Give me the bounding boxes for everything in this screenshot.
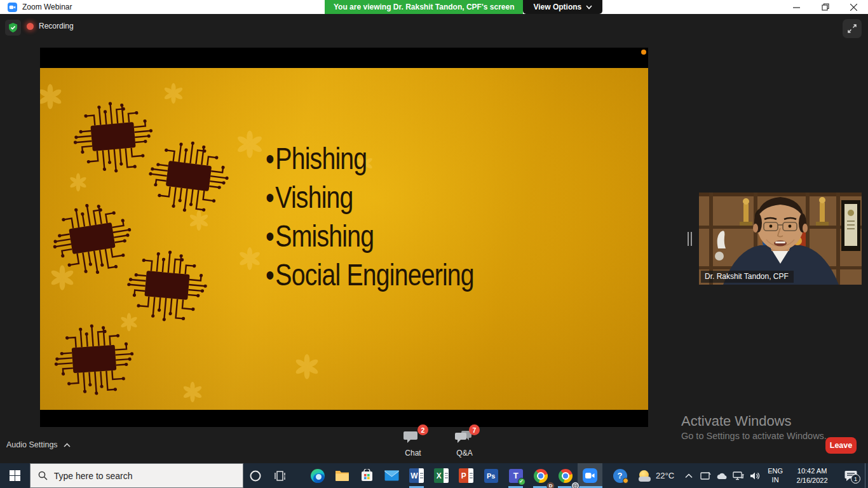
window-title: Zoom Webinar — [22, 3, 72, 11]
globe-badge-icon — [571, 482, 580, 488]
word-icon: W — [409, 468, 424, 483]
recording-indicator: Recording — [27, 22, 74, 30]
speaker-video-thumbnail[interactable]: Dr. Rakshit Tandon, CPF — [699, 193, 862, 285]
taskbar-weather[interactable]: 22°C — [632, 463, 681, 488]
taskbar-store[interactable] — [355, 463, 379, 488]
excel-icon: X — [434, 468, 449, 483]
screen-share-banner: You are viewing Dr. Rakshit Tandon, CPF'… — [325, 0, 602, 14]
language-bottom: IN — [763, 476, 787, 485]
tray-volume-button[interactable] — [747, 463, 763, 488]
chrome-icon — [534, 469, 548, 483]
photoshop-icon: Ps — [484, 469, 498, 483]
taskbar-clock[interactable]: 10:42 AM 2/16/2022 — [787, 466, 837, 485]
task-view-button[interactable] — [268, 463, 292, 488]
taskbar-word[interactable]: W — [404, 463, 429, 488]
taskbar-help[interactable]: ? — [607, 463, 632, 488]
audio-settings-label: Audio Settings — [6, 440, 58, 449]
watermark-subtitle: Go to Settings to activate Windows. — [681, 431, 827, 441]
taskbar-excel[interactable]: X — [429, 463, 454, 488]
teams-status-check-icon: ✓ — [518, 478, 526, 485]
speaker-name-label: Dr. Rakshit Tandon, CPF — [701, 271, 794, 283]
windows-logo-icon — [10, 470, 20, 481]
cortana-icon — [249, 470, 262, 482]
close-button[interactable] — [839, 0, 868, 14]
taskbar-file-explorer[interactable] — [330, 463, 355, 488]
chevron-down-icon — [586, 5, 592, 10]
taskbar-teams[interactable]: T ✓ — [503, 463, 528, 488]
slide-bullet-item: •Smishing — [266, 217, 474, 255]
tray-tablet-button[interactable] — [697, 463, 714, 488]
microsoft-store-icon — [360, 469, 374, 482]
slide-bullet-item: •Phishing — [266, 139, 474, 178]
slide-content: •Phishing •Vishing •Smishing •Social Eng… — [40, 68, 648, 410]
taskbar-powerpoint[interactable]: P — [454, 463, 478, 488]
chat-label: Chat — [405, 449, 421, 458]
edge-icon — [311, 469, 325, 483]
presenter-dot-icon — [641, 50, 646, 55]
viewing-banner-text: You are viewing Dr. Rakshit Tandon, CPF'… — [325, 0, 523, 14]
help-icon: ? — [613, 469, 627, 483]
taskbar-search[interactable] — [30, 463, 243, 488]
chrome-icon — [559, 469, 573, 483]
search-input[interactable] — [54, 471, 219, 481]
show-desktop-button[interactable] — [865, 463, 868, 488]
tray-show-hidden-icons[interactable] — [681, 463, 697, 488]
slide-bullet-list: •Phishing •Vishing •Smishing •Social Eng… — [266, 139, 526, 294]
tray-network-button[interactable] — [730, 463, 747, 488]
qa-label: Q&A — [456, 449, 472, 458]
leave-button[interactable]: Leave — [825, 437, 857, 454]
chat-button[interactable]: 2 Chat — [395, 430, 431, 458]
minimize-button[interactable] — [782, 0, 811, 14]
tray-onedrive-button[interactable] — [714, 463, 730, 488]
task-view-icon — [274, 470, 287, 482]
taskbar-photoshop[interactable]: Ps — [478, 463, 503, 488]
view-options-button[interactable]: View Options — [523, 0, 602, 14]
start-button[interactable] — [0, 463, 30, 488]
taskbar-chrome-profile[interactable]: D — [528, 463, 553, 488]
security-shield-icon — [8, 22, 18, 33]
windows-taskbar: W X P Ps T ✓ D — [0, 463, 868, 488]
chevron-up-icon — [64, 443, 71, 447]
recording-label: Recording — [39, 22, 74, 30]
taskbar-edge[interactable] — [305, 463, 330, 488]
weather-temperature: 22°C — [656, 471, 674, 480]
tablet-icon — [700, 471, 711, 480]
network-icon — [733, 471, 744, 480]
video-drag-handle[interactable] — [688, 232, 692, 246]
meeting-stage: Recording — [0, 14, 868, 463]
search-icon — [38, 471, 48, 480]
chevron-up-icon — [685, 473, 693, 478]
activate-windows-watermark: Activate Windows Go to Settings to activ… — [681, 413, 827, 441]
watermark-title: Activate Windows — [681, 413, 827, 430]
zoom-icon — [583, 468, 597, 483]
shared-screen-slide: •Phishing •Vishing •Smishing •Social Eng… — [40, 48, 648, 427]
recording-dot-icon — [27, 23, 34, 30]
file-explorer-icon — [335, 470, 349, 482]
weather-sun-icon — [639, 470, 651, 482]
qa-button[interactable]: 7 Q&A — [447, 430, 482, 458]
taskbar-mail[interactable] — [379, 463, 404, 488]
meeting-info-button[interactable] — [5, 20, 21, 36]
audio-settings-button[interactable]: Audio Settings — [6, 440, 71, 449]
powerpoint-icon: P — [459, 468, 473, 483]
language-indicator[interactable]: ENG IN — [763, 467, 787, 485]
clock-date: 2/16/2022 — [787, 476, 837, 485]
system-tray: ENG IN 10:42 AM 2/16/2022 1 — [681, 463, 868, 488]
expand-icon — [847, 24, 857, 34]
zoom-app-icon — [8, 3, 17, 12]
restore-button[interactable] — [811, 0, 839, 14]
view-options-label: View Options — [533, 3, 581, 11]
chrome-profile-badge: D — [546, 482, 555, 488]
taskbar-zoom[interactable] — [578, 463, 602, 488]
action-center-button[interactable]: 1 — [837, 463, 865, 488]
slide-bullet-item: •Social Engineering — [266, 255, 474, 294]
help-alert-dot — [623, 478, 628, 484]
taskbar-chrome-globe[interactable] — [553, 463, 578, 488]
cloud-icon — [716, 472, 728, 480]
cortana-button[interactable] — [243, 463, 268, 488]
fullscreen-button[interactable] — [843, 19, 862, 38]
chat-badge: 2 — [417, 424, 428, 435]
speaker-icon — [750, 471, 761, 480]
clock-time: 10:42 AM — [787, 466, 837, 475]
teams-icon: T ✓ — [509, 469, 523, 483]
